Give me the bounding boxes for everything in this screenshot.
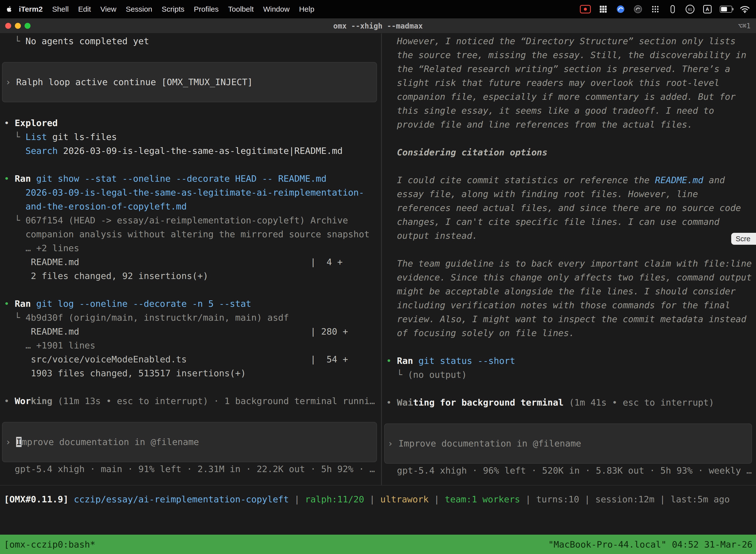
terminal-line: I could cite commit statistics or refere…: [386, 173, 756, 187]
tmux-status-bar: [omx-cczip0:bash* "MacBook-Pro-44.local"…: [0, 535, 756, 554]
blank-line: [4, 158, 381, 172]
terminal-line: • Ran git status --short: [386, 354, 756, 368]
terminal-line: src/voice/voiceModeEnabled.ts | 54 +: [4, 352, 381, 366]
ralph-inject-box[interactable]: › Ralph loop active continue [OMX_TMUX_I…: [2, 62, 377, 102]
wifi-icon[interactable]: [740, 4, 750, 15]
blue-app-icon[interactable]: [616, 4, 626, 15]
screen-recording-icon[interactable]: [580, 4, 591, 15]
window-title: omx --xhigh --madmax: [0, 18, 756, 33]
gauge-label: 61: [688, 7, 692, 11]
terminal-line: provide file and line references from th…: [386, 118, 756, 131]
terminal-line: changes, I can't cite specific file line…: [386, 215, 756, 229]
terminal-line: this single essay, it seems like a good …: [386, 104, 756, 118]
terminal-line: 1903 files changed, 513517 insertions(+): [4, 366, 381, 380]
terminal-line: └ (no output): [386, 368, 756, 382]
prompt-input-right[interactable]: › Improve documentation in @filename: [384, 424, 752, 464]
screen-tooltip[interactable]: Scre: [731, 233, 756, 245]
terminal-line: • Working (11m 13s • esc to interrupt) ·…: [4, 394, 381, 408]
terminal-line: companion file, especially if more comme…: [386, 90, 756, 104]
blank-line: [4, 48, 381, 62]
menu-bar-status-icons: 61 A: [580, 4, 750, 15]
terminal-line: … +2 lines: [4, 241, 381, 255]
menu-item-session[interactable]: Session: [126, 5, 152, 13]
terminal-line: and-the-erosion-of-copyleft.md: [4, 200, 381, 214]
window-title-bar: omx --xhigh --madmax ⌥⌘1: [0, 18, 756, 34]
menu-item-toolbelt[interactable]: Toolbelt: [228, 5, 254, 13]
app-grid-icon[interactable]: [598, 4, 608, 15]
terminal-line: 2 files changed, 92 insertions(+): [4, 269, 381, 283]
left-agent-pane: └ No agents completed yet› Ralph loop ac…: [0, 34, 381, 485]
menu-item-profiles[interactable]: Profiles: [194, 5, 218, 13]
prompt-input-left[interactable]: › Improve documentation in @filename: [2, 422, 377, 462]
terminal-line: output instead.: [386, 229, 756, 243]
tmux-host-clock: "MacBook-Pro-44.local" 04:52 31-Mar-26: [548, 539, 753, 550]
blank-line: [386, 340, 756, 354]
terminal-line: • Ran git log --oneline --decorate -n 5 …: [4, 297, 381, 311]
menu-item-edit[interactable]: Edit: [78, 5, 91, 13]
blank-line: [4, 102, 381, 116]
terminal-line: • Explored: [4, 116, 381, 130]
terminal-line: evidence. Since this change only affects…: [386, 271, 756, 284]
omx-footer: [OMX#0.11.9] cczip/essay/ai-reimplementa…: [0, 492, 756, 506]
screen-tooltip-text: Scre: [736, 235, 751, 243]
terminal-line: Considering citation options: [386, 146, 756, 159]
dots-grid-icon[interactable]: [650, 4, 660, 15]
menu-item-view[interactable]: View: [101, 5, 116, 13]
terminal-line: references need actual files, and since …: [386, 201, 756, 215]
terminal-line: 2026-03-09-is-legal-the-same-as-legitima…: [4, 186, 381, 200]
keyboard-layout-label: A: [706, 6, 709, 12]
terminal-line: However, I noticed the “Directory Struct…: [386, 34, 756, 48]
terminal-line: slight risk that future readers may over…: [386, 76, 756, 90]
menu-item-shell[interactable]: Shell: [52, 5, 69, 13]
menu-item-help[interactable]: Help: [299, 5, 315, 13]
blank-line: [386, 131, 756, 146]
omx-status-line: [OMX#0.11.9] cczip/essay/ai-reimplementa…: [4, 492, 756, 506]
terminal-line: The team guideline is to back every impo…: [386, 257, 756, 271]
terminal-line: essay file, along with finding root file…: [386, 187, 756, 201]
terminal-line: including verification notes with those …: [386, 298, 756, 312]
pill-icon[interactable]: [668, 4, 678, 15]
battery-icon[interactable]: [720, 4, 732, 15]
terminal-line: • Ran git show --stat --oneline --decora…: [4, 172, 381, 186]
tmux-session-label: [omx-cczip0:bash*: [4, 539, 95, 550]
terminal-line: README.md | 280 +: [4, 325, 381, 339]
menu-item-window[interactable]: Window: [263, 5, 290, 13]
terminal-line: Search 2026-03-09-is-legal-the-same-as-l…: [4, 144, 381, 158]
menu-item-scripts[interactable]: Scripts: [162, 5, 185, 13]
apple-icon[interactable]: [6, 5, 12, 13]
terminal-line: gpt-5.4 xhigh · main · 91% left · 2.31M …: [4, 462, 381, 476]
terminal-line: └ 4b9d30f (origin/main, instructkr/main,…: [4, 311, 381, 325]
window-shortcut-badge: ⌥⌘1: [738, 18, 751, 33]
terminal-line: └ 067f154 (HEAD -> essay/ai-reimplementa…: [4, 214, 381, 227]
tmux-panes: └ No agents completed yet› Ralph loop ac…: [0, 34, 756, 486]
blank-line: [4, 380, 381, 394]
macos-menu-bar: iTerm2ShellEditViewSessionScriptsProfile…: [0, 0, 756, 18]
blank-line: [4, 283, 381, 297]
blank-line: [386, 409, 756, 424]
keyboard-layout-icon[interactable]: A: [702, 4, 712, 15]
terminal-line: └ No agents completed yet: [4, 34, 381, 48]
terminal-line: the source tree, missing the essay. Stil…: [386, 48, 756, 62]
dark-app-icon[interactable]: [633, 4, 643, 15]
terminal-line: the “Related research writing” section i…: [386, 62, 756, 76]
terminal-line: companion analysis without altering the …: [4, 227, 381, 241]
blank-line: [386, 243, 756, 257]
blank-line: [386, 159, 756, 173]
gauge-icon[interactable]: 61: [685, 4, 695, 15]
terminal-line: └ List git ls-files: [4, 130, 381, 144]
blank-line: [386, 382, 756, 396]
menu-items: iTerm2ShellEditViewSessionScriptsProfile…: [19, 5, 314, 13]
terminal-line: review. Also, I might want to inspect th…: [386, 312, 756, 326]
desktop-screen: iTerm2ShellEditViewSessionScriptsProfile…: [0, 0, 756, 554]
terminal-line: • Waiting for background terminal (1m 41…: [386, 396, 756, 409]
terminal-line: of focusing solely on file lines.: [386, 326, 756, 340]
terminal-line: … +1901 lines: [4, 339, 381, 352]
terminal-line: might be acceptable alongside the file l…: [386, 284, 756, 298]
menu-item-iterm2[interactable]: iTerm2: [19, 5, 43, 13]
terminal-line: README.md | 4 +: [4, 255, 381, 269]
blank-line: [4, 408, 381, 422]
right-agent-pane: However, I noticed the “Directory Struct…: [382, 34, 756, 485]
terminal-line: gpt-5.4 xhigh · 96% left · 520K in · 5.8…: [386, 464, 756, 478]
